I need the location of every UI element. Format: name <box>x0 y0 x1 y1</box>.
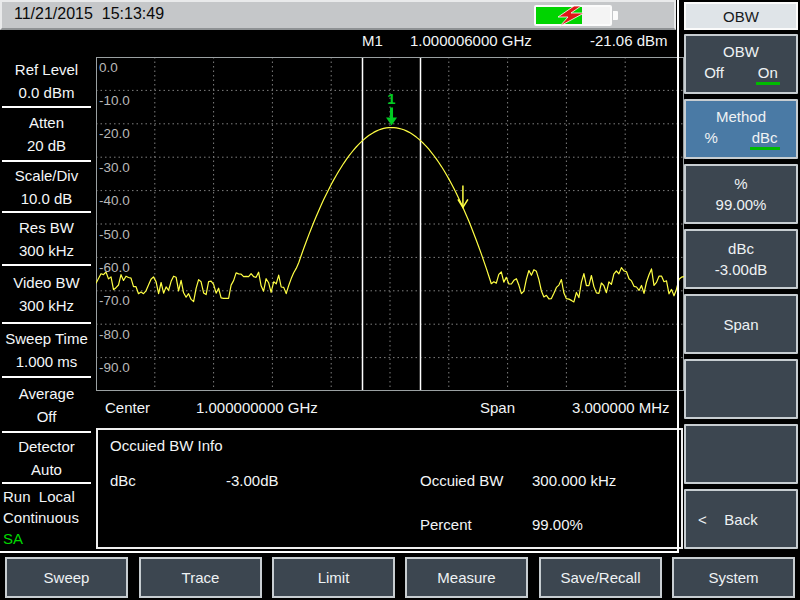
settings-panel: Ref Level0.0 dBmAtten20 dBScale/Div10.0 … <box>0 0 95 552</box>
back-chevron-icon: < <box>698 511 707 528</box>
y-tick-label: -30.0 <box>99 160 130 175</box>
obw-dbc-label: dBc <box>110 472 136 489</box>
menu-button-label: OBW <box>723 43 759 60</box>
setting-label: Ref Level <box>15 58 78 81</box>
setting-label: Sweep Time <box>5 327 88 350</box>
sidebar-divider <box>677 0 679 553</box>
menu-button-value: -3.00dB <box>715 261 768 278</box>
setting-res-bw: Res BW300 kHz <box>0 213 93 264</box>
menu-button-value: 99.00% <box>716 196 767 213</box>
setting-label: Scale/Div <box>15 164 78 187</box>
obw-info-panel: Occuied BW Info dBc -3.00dB Occuied BW 3… <box>96 428 683 549</box>
divider <box>2 482 91 484</box>
battery-charging-icon <box>534 5 620 26</box>
bottom-button-trace[interactable]: Trace <box>139 557 262 598</box>
option-: % <box>702 129 719 150</box>
setting-value: 20 dB <box>27 134 66 157</box>
obw-info-title: Occuied BW Info <box>110 437 223 454</box>
setting-sweep-time: Sweep Time1.000 ms <box>0 324 93 376</box>
marker-frequency: 1.000006000 GHz <box>410 32 532 49</box>
y-tick-label: -90.0 <box>99 360 130 375</box>
run-status-block: Run Local Continuous SA <box>3 486 95 549</box>
center-label: Center <box>105 399 150 416</box>
y-tick-label: 0.0 <box>99 60 118 75</box>
status-bar: 11/21/2015 15:13:49 <box>0 0 676 30</box>
obw-dbc-value: -3.00dB <box>226 472 279 489</box>
obw-bw-value: 300.000 kHz <box>532 472 616 489</box>
y-tick-label: -20.0 <box>99 126 130 141</box>
battery-nub <box>613 11 618 20</box>
menu-button-blank-1 <box>684 359 798 419</box>
marker-1-icon: 1 <box>386 90 397 125</box>
menu-button-label: % <box>734 175 747 192</box>
setting-video-bw: Video BW300 kHz <box>0 266 93 322</box>
menu-button-dbc[interactable]: dBc-3.00dB <box>684 229 798 289</box>
setting-value: 300 kHz <box>19 239 74 262</box>
setting-atten: Atten20 dB <box>0 108 93 160</box>
bottom-button-limit[interactable]: Limit <box>272 557 395 598</box>
marker-readout-row: M1 1.000006000 GHz -21.06 dBm <box>0 32 676 54</box>
obw-bw-label: Occuied BW <box>420 472 503 489</box>
lightning-bolt-icon <box>548 4 598 28</box>
marker-amplitude: -21.06 dBm <box>590 32 668 49</box>
marker-label: M1 <box>362 32 383 49</box>
span-value: 3.000000 MHz <box>572 399 670 416</box>
menu-title: OBW <box>684 2 798 30</box>
svg-text:1: 1 <box>387 90 395 107</box>
menu-button-label: Span <box>723 316 758 333</box>
y-tick-label: -80.0 <box>99 327 130 342</box>
setting-label: Detector <box>18 435 75 458</box>
setting-value: 1.000 ms <box>16 350 78 373</box>
menu-button-percent[interactable]: %99.00% <box>684 164 798 224</box>
slope-arrow-icon <box>458 185 468 207</box>
setting-label: Atten <box>29 111 64 134</box>
option-on: On <box>756 64 780 85</box>
bottom-button-sweep[interactable]: Sweep <box>5 557 128 598</box>
spectrum-analyzer-screen: 11/21/2015 15:13:49 M1 1.000006000 GHz -… <box>0 0 800 600</box>
mode-sa-badge: SA <box>3 528 95 549</box>
setting-value: 300 kHz <box>19 294 74 317</box>
setting-value: 10.0 dB <box>21 187 73 210</box>
setting-value: Auto <box>31 458 62 481</box>
back-label: Back <box>724 511 757 528</box>
obw-percent-value: 99.00% <box>532 516 583 533</box>
run-state-label: Run Local <box>3 486 95 507</box>
bottom-button-system[interactable]: System <box>672 557 795 598</box>
menu-button-blank-2 <box>684 424 798 484</box>
setting-ref-level: Ref Level0.0 dBm <box>0 56 93 106</box>
option-dbc: dBc <box>750 129 780 150</box>
toolbar-divider <box>0 551 678 553</box>
menu-button-label: dBc <box>728 240 754 257</box>
bottom-button-measure[interactable]: Measure <box>405 557 528 598</box>
sweep-mode-label: Continuous <box>3 507 95 528</box>
option-off: Off <box>702 64 726 85</box>
y-tick-label: -50.0 <box>99 227 130 242</box>
spectrum-plot: 10.0-10.0-20.0-30.0-40.0-50.0-60.0-70.0-… <box>96 57 684 391</box>
menu-button-span[interactable]: Span <box>684 294 798 354</box>
setting-detector: DetectorAuto <box>0 433 93 482</box>
setting-value: 0.0 dBm <box>19 81 75 104</box>
menu-button-back[interactable]: <Back <box>684 489 798 549</box>
menu-button-obw-toggle[interactable]: OBWOffOn <box>684 34 798 94</box>
y-tick-label: -70.0 <box>99 293 130 308</box>
bottom-button-save-recall[interactable]: Save/Recall <box>539 557 662 598</box>
y-tick-label: -10.0 <box>99 93 130 108</box>
menu-button-label: Method <box>716 108 766 125</box>
option-row: %dBc <box>686 129 796 150</box>
setting-label: Video BW <box>13 271 79 294</box>
obw-percent-label: Percent <box>420 516 472 533</box>
y-tick-label: -60.0 <box>99 260 130 275</box>
frequency-footer: Center 1.000000000 GHz Span 3.000000 MHz <box>0 399 690 421</box>
option-row: OffOn <box>686 64 796 85</box>
span-label: Span <box>480 399 515 416</box>
setting-label: Res BW <box>19 216 74 239</box>
setting-scale-div: Scale/Div10.0 dB <box>0 162 93 211</box>
center-value: 1.000000000 GHz <box>196 399 318 416</box>
y-tick-label: -40.0 <box>99 193 130 208</box>
softkey-menu: OBW OBWOffOnMethod%dBc%99.00%dBc-3.00dBS… <box>680 0 800 553</box>
menu-button-method[interactable]: Method%dBc <box>684 99 798 159</box>
